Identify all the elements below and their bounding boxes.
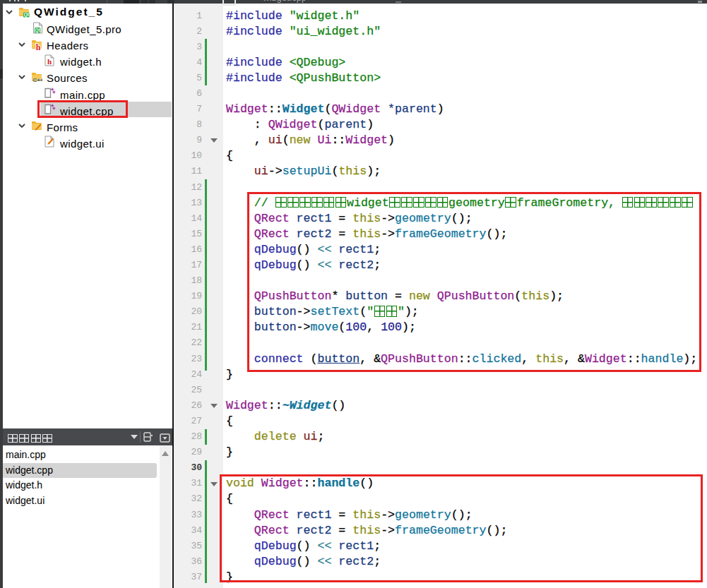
svg-text:Qt: Qt [35,28,41,33]
svg-text:h: h [47,57,52,66]
svg-text:Qt: Qt [24,12,30,18]
svg-text:h: h [36,42,41,51]
svg-text:C++: C++ [32,77,42,83]
